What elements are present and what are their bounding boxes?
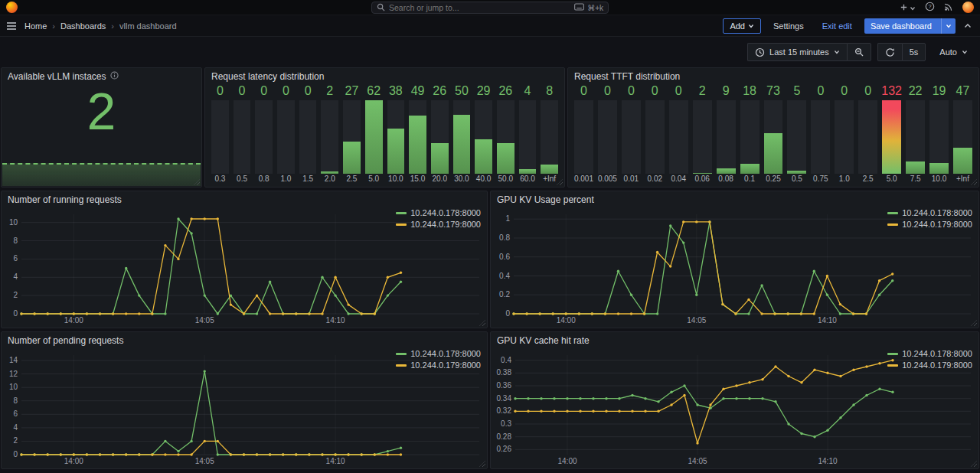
bar-track: [717, 100, 736, 174]
search-input[interactable]: [389, 3, 570, 12]
latency-bar-chart[interactable]: 00.300.500.801.001.522.0272.5625.03810.0…: [210, 83, 560, 184]
legend-item[interactable]: 10.244.0.178:8000: [396, 349, 481, 358]
svg-text:0.34: 0.34: [497, 394, 512, 403]
legend-label: 10.244.0.178:8000: [410, 349, 481, 358]
bar-column: 50.5: [786, 83, 808, 184]
bar-column: 2650.0: [495, 83, 516, 184]
svg-text:?: ?: [928, 2, 931, 9]
bar-fill: [321, 171, 338, 174]
bar-x-label: 0.3: [210, 174, 230, 184]
bar-x-label: 0.75: [809, 174, 831, 184]
exit-edit-button[interactable]: Exit edit: [816, 18, 858, 34]
svg-text:0.2: 0.2: [499, 290, 510, 298]
panel-title[interactable]: Number of pending requests: [2, 332, 487, 347]
keyboard-icon: [574, 3, 584, 12]
save-dashboard-button[interactable]: Save dashboard: [864, 18, 956, 34]
svg-text:14:00: 14:00: [64, 316, 83, 325]
legend-swatch: [396, 364, 407, 367]
collapse-toolbar-button[interactable]: [962, 21, 974, 31]
bar-track: [811, 100, 830, 174]
panel-title[interactable]: GPU KV Usage percent: [491, 191, 978, 207]
search-shortcut: ⌘+k: [574, 3, 603, 12]
help-button[interactable]: ?: [925, 1, 935, 15]
svg-text:14:10: 14:10: [326, 316, 345, 325]
bar-value-label: 132: [880, 83, 903, 99]
legend-item[interactable]: 10.244.0.179:8000: [887, 220, 972, 229]
bar-track: [343, 100, 361, 174]
bar-x-label: 10.0: [928, 174, 950, 184]
svg-text:14:10: 14:10: [818, 457, 837, 465]
panel-title[interactable]: Number of running requests: [2, 191, 487, 207]
menu-toggle[interactable]: [6, 21, 17, 31]
bar-value-label: 18: [739, 83, 761, 99]
legend-label: 10.244.0.179:8000: [902, 360, 972, 370]
legend-item[interactable]: 10.244.0.179:8000: [396, 360, 481, 370]
bar-track: [835, 100, 854, 174]
svg-text:14:00: 14:00: [557, 316, 576, 325]
bar-track: [858, 100, 877, 174]
bar-column: 8+Inf: [539, 83, 560, 184]
bar-track: [622, 100, 641, 174]
bar-track: [693, 100, 712, 174]
time-range-label: Last 15 minutes: [769, 47, 829, 57]
bar-value-label: 0: [668, 83, 690, 99]
grafana-logo[interactable]: [6, 2, 18, 13]
svg-text:4: 4: [13, 423, 18, 432]
legend-label: 10.244.0.179:8000: [902, 220, 972, 229]
bar-fill: [497, 143, 514, 174]
ttft-bar-chart[interactable]: 00.00100.00500.0100.0200.0420.0690.08180…: [573, 83, 974, 184]
bar-track: [906, 100, 925, 174]
panel-title[interactable]: Available vLLM instaces: [2, 68, 201, 83]
user-avatar[interactable]: [962, 2, 974, 13]
breadcrumb-dashboards[interactable]: Dashboards: [60, 21, 106, 31]
save-options-button[interactable]: [941, 18, 956, 34]
bar-fill: [343, 142, 361, 174]
bar-fill: [541, 165, 558, 174]
bar-column: 22.0: [319, 83, 340, 184]
legend-item[interactable]: 10.244.0.178:8000: [887, 349, 972, 358]
refresh-interval-label: 5s: [910, 47, 919, 57]
legend-item[interactable]: 10.244.0.179:8000: [887, 360, 972, 370]
breadcrumb-separator: ›: [111, 21, 114, 31]
panel-title-label: Request latency distribution: [211, 69, 324, 84]
auto-refresh-dropdown[interactable]: Auto: [932, 43, 975, 61]
legend-item[interactable]: 10.244.0.179:8000: [396, 220, 481, 229]
bar-track: [929, 100, 949, 174]
bar-track: [574, 100, 593, 174]
bar-fill: [693, 173, 712, 174]
panel-title[interactable]: Request latency distribution: [205, 68, 564, 83]
svg-text:0: 0: [13, 309, 18, 318]
breadcrumb-home[interactable]: Home: [24, 21, 47, 31]
bar-fill: [764, 133, 783, 174]
bar-x-label: 1.0: [833, 174, 855, 184]
panel-title[interactable]: GPU KV cache hit rate: [491, 332, 978, 347]
legend: 10.244.0.178:800010.244.0.179:8000: [396, 208, 481, 229]
bar-x-label: 1.5: [298, 174, 318, 184]
panel-title[interactable]: Request TTFT distribution: [568, 68, 978, 83]
legend-item[interactable]: 10.244.0.178:8000: [887, 208, 972, 217]
bar-value-label: 29: [473, 83, 494, 99]
bar-value-label: 49: [407, 83, 428, 99]
bar-x-label: +Inf: [952, 174, 974, 184]
bar-x-label: 0.001: [573, 174, 595, 184]
bar-x-label: 5.0: [364, 174, 384, 184]
bar-value-label: 0: [232, 83, 253, 99]
bar-value-label: 0: [573, 83, 595, 99]
bar-value-label: 4: [518, 83, 538, 99]
bar-column: 00.3: [210, 83, 230, 184]
refresh-button[interactable]: [877, 43, 902, 61]
new-menu-button[interactable]: [900, 1, 916, 15]
refresh-interval-button[interactable]: 5s: [902, 43, 926, 61]
time-range-picker[interactable]: Last 15 minutes: [747, 43, 847, 61]
svg-text:0.8: 0.8: [499, 233, 510, 242]
news-button[interactable]: [944, 1, 953, 15]
bar-column: 1910.0: [928, 83, 950, 184]
settings-button[interactable]: Settings: [767, 18, 810, 34]
chevron-down-icon: [910, 1, 916, 15]
add-panel-button[interactable]: Add: [723, 18, 761, 34]
svg-text:14:10: 14:10: [326, 457, 345, 465]
legend-item[interactable]: 10.244.0.178:8000: [396, 208, 481, 217]
zoom-out-button[interactable]: [847, 43, 871, 61]
legend-swatch: [887, 223, 898, 226]
search-box[interactable]: ⌘+k: [371, 2, 609, 14]
